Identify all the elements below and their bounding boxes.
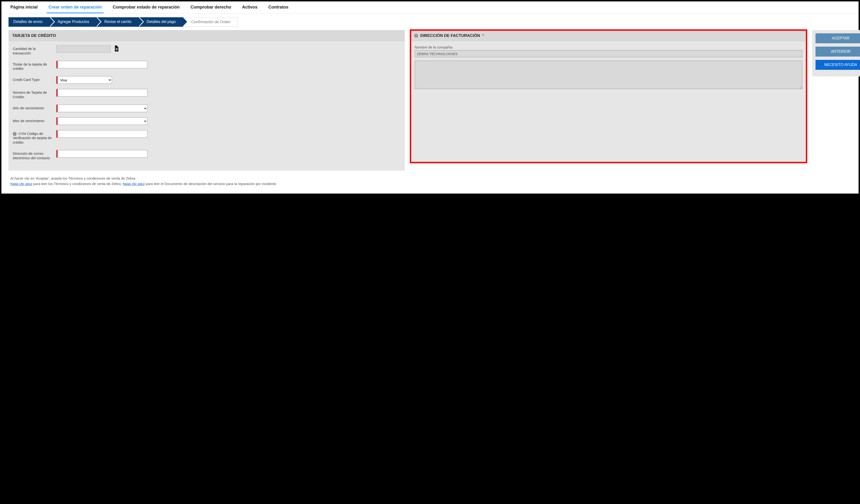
nav-create-repair-order[interactable]: Crear orden de reparación (47, 1, 104, 13)
transaction-amount-label: Cantidad de la transacción (13, 45, 53, 56)
terms-text-2b: para leer el Documento de descripción de… (145, 182, 277, 186)
exp-month-select[interactable] (57, 117, 147, 125)
credit-card-panel: TARJETA DE CRÉDITO Cantidad de la transa… (9, 30, 405, 171)
main-content: TARJETA DE CRÉDITO Cantidad de la transa… (1, 30, 859, 171)
wizard-steps: Detalles de envío Agregar Productos Revi… (1, 14, 859, 30)
cvn-label: i CVN Código de Verificación de tarjeta … (13, 130, 53, 145)
card-holder-label: Titular de la tarjeta de crédito (13, 61, 53, 71)
card-type-label: Credit Card Type (13, 76, 53, 82)
billing-title: DIRECCIÓN DE FACTURACIÓN (420, 33, 480, 38)
svg-rect-2 (115, 50, 118, 51)
need-help-button[interactable]: NECESITO AYUDA (816, 60, 860, 70)
card-holder-input[interactable] (57, 61, 147, 68)
step-shipping-details[interactable]: Detalles de envío (9, 17, 50, 27)
cvn-input[interactable] (57, 130, 147, 138)
exp-year-select[interactable] (57, 104, 147, 112)
card-number-label: Número de Tarjeta de Crédito (13, 89, 53, 99)
document-icon[interactable] (114, 45, 119, 53)
nav-assets[interactable]: Activos (240, 1, 259, 13)
card-type-select[interactable]: Visa (57, 76, 112, 84)
billing-address-panel: i DIRECCIÓN DE FACTURACIÓN * Nombre de l… (411, 30, 807, 162)
step-add-products[interactable]: Agregar Productos (50, 17, 96, 27)
step-payment-details[interactable]: Detalles del pago (139, 17, 183, 27)
required-star: * (483, 33, 484, 38)
info-icon[interactable]: i (13, 132, 17, 136)
nav-check-entitlement[interactable]: Comprobar derecho (189, 1, 233, 13)
billing-address-textarea[interactable] (415, 61, 803, 89)
step-review-cart[interactable]: Revise el carrito (96, 17, 139, 27)
credit-card-header: TARJETA DE CRÉDITO (9, 30, 405, 41)
contact-email-label: Dirección de correo electrónico del cont… (13, 150, 53, 160)
terms-link-2[interactable]: haga clic aquí (123, 182, 145, 186)
nav-home[interactable]: Página inicial (9, 1, 40, 13)
top-nav: Página inicial Crear orden de reparación… (1, 1, 859, 14)
terms-line-1: Al hacer clic en 'Aceptar', acepta los T… (11, 176, 849, 181)
exp-year-label: Año de vencimiento (13, 104, 53, 111)
accept-button[interactable]: ACEPTAR (816, 33, 860, 43)
terms-link-1[interactable]: haga clic aquí (11, 182, 32, 186)
company-name-label: Nombre de la compañía (415, 45, 803, 49)
svg-rect-1 (115, 49, 118, 49)
previous-button[interactable]: ANTERIOR (816, 47, 860, 57)
action-sidebar: ACEPTAR ANTERIOR NECESITO AYUDA (812, 30, 860, 76)
company-name-input (415, 50, 803, 57)
svg-rect-0 (115, 48, 118, 48)
terms-text-2a: para leer los Términos y condiciones de … (32, 182, 123, 186)
terms-text: Al hacer clic en 'Aceptar', acepta los T… (1, 171, 859, 189)
transaction-amount-input (56, 45, 111, 53)
exp-month-label: Mes de vencimiento (13, 117, 53, 123)
contact-email-input[interactable] (57, 150, 147, 158)
billing-header: i DIRECCIÓN DE FACTURACIÓN * (411, 30, 807, 41)
cvn-label-text: CVN Código de Verificación de tarjeta de… (13, 132, 52, 145)
info-icon[interactable]: i (414, 34, 418, 38)
credit-card-title: TARJETA DE CRÉDITO (12, 33, 56, 38)
step-order-confirmation: Confirmación de Orden (183, 17, 238, 27)
nav-contracts[interactable]: Contratos (267, 1, 290, 13)
card-number-input[interactable] (57, 89, 147, 97)
nav-check-repair-status[interactable]: Comprobar estado de reparación (111, 1, 182, 13)
